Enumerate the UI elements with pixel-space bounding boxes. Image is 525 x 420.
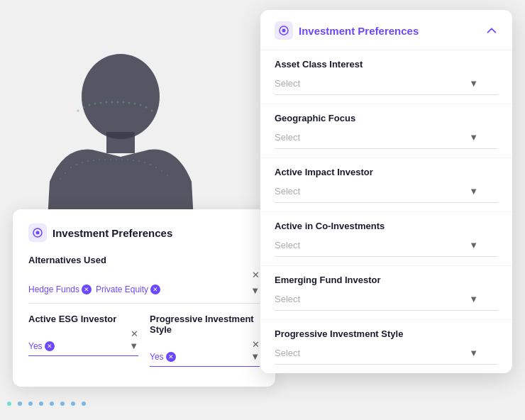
dot <box>50 402 54 406</box>
dots-pattern <box>7 402 89 406</box>
back-header-icon <box>28 223 47 242</box>
progressive-style-label: Progressive Investment Style <box>150 314 260 335</box>
active-esg-label: Active ESG Investor <box>28 314 138 324</box>
svg-point-18 <box>82 162 84 164</box>
asset-class-chevron: ▼ <box>469 78 478 89</box>
active-impact-field: Active Impact Investor Select ▼ <box>260 158 512 212</box>
front-progressive-style-placeholder: Select <box>275 348 300 358</box>
svg-point-39 <box>282 29 286 33</box>
svg-point-30 <box>150 164 152 166</box>
svg-point-26 <box>127 159 129 161</box>
hedge-funds-label: Hedge Funds <box>28 284 79 294</box>
geographic-focus-select[interactable]: Select ▼ <box>275 128 498 149</box>
progressive-x-row: ✕ <box>150 339 260 350</box>
geographic-focus-field: Geographic Focus Select ▼ <box>260 104 512 158</box>
active-co-investments-chevron: ▼ <box>469 240 478 250</box>
alternatives-select-wrapper[interactable]: Hedge Funds ✕ Private Equity ✕ ▼ <box>28 282 260 304</box>
esg-clear-icon[interactable]: ✕ <box>131 328 138 339</box>
private-equity-remove-icon[interactable]: ✕ <box>150 284 160 294</box>
svg-point-6 <box>100 102 102 104</box>
asset-class-label: Asset Class Interest <box>275 59 498 70</box>
front-card: Investment Preferences Asset Class Inter… <box>260 10 512 373</box>
emerging-fund-placeholder: Select <box>275 294 300 304</box>
svg-point-17 <box>76 164 78 166</box>
dot <box>18 402 22 406</box>
private-equity-tag[interactable]: Private Equity ✕ <box>96 284 160 294</box>
svg-point-23 <box>110 159 112 161</box>
esg-yes-tag[interactable]: Yes ✕ <box>28 341 55 351</box>
asset-class-field: Asset Class Interest Select ▼ <box>260 50 512 104</box>
svg-point-20 <box>93 160 95 162</box>
svg-point-8 <box>111 101 114 104</box>
esg-select-wrapper[interactable]: Yes ✕ ▼ <box>28 341 138 356</box>
svg-point-32 <box>161 170 163 172</box>
geographic-focus-chevron: ▼ <box>469 132 478 143</box>
svg-point-16 <box>70 167 72 169</box>
dot <box>60 402 65 406</box>
active-impact-placeholder: Select <box>275 186 300 197</box>
emerging-fund-select[interactable]: Select ▼ <box>275 289 498 311</box>
emerging-fund-field: Emerging Fund Investor Select ▼ <box>260 266 512 320</box>
progressive-clear-icon[interactable]: ✕ <box>252 339 260 350</box>
progressive-style-field: Progressive Investment Style ✕ Yes ✕ ▼ <box>150 314 260 367</box>
front-header-left: Investment Preferences <box>275 21 419 40</box>
settings-icon <box>32 227 43 238</box>
svg-point-3 <box>83 106 85 109</box>
svg-point-21 <box>99 159 101 161</box>
dot <box>82 402 86 406</box>
active-co-investments-select[interactable]: Select ▼ <box>275 236 498 257</box>
front-settings-icon <box>278 25 289 36</box>
svg-point-19 <box>87 160 89 162</box>
svg-point-15 <box>151 110 153 112</box>
geographic-focus-placeholder: Select <box>275 132 300 143</box>
active-esg-field: Active ESG Investor ✕ Yes ✕ ▼ <box>28 314 138 367</box>
progressive-select-wrapper[interactable]: Yes ✕ ▼ <box>150 351 260 367</box>
front-card-body: Asset Class Interest Select ▼ Geographic… <box>260 50 512 373</box>
private-equity-label: Private Equity <box>96 284 148 294</box>
hedge-funds-tag[interactable]: Hedge Funds ✕ <box>28 284 92 294</box>
alternatives-clear-icon[interactable]: ✕ <box>252 270 260 280</box>
active-co-investments-label: Active in Co-Investments <box>275 221 498 231</box>
svg-rect-1 <box>106 132 135 153</box>
svg-point-13 <box>140 104 142 106</box>
esg-yes-label: Yes <box>28 341 43 351</box>
progressive-chevron-icon[interactable]: ▼ <box>250 351 260 362</box>
svg-point-34 <box>65 172 67 175</box>
hedge-funds-remove-icon[interactable]: ✕ <box>82 284 92 294</box>
active-impact-select[interactable]: Select ▼ <box>275 182 498 203</box>
geographic-focus-label: Geographic Focus <box>275 113 498 123</box>
asset-class-select[interactable]: Select ▼ <box>275 74 498 95</box>
dot <box>71 402 75 406</box>
svg-point-35 <box>60 178 62 180</box>
front-header-icon <box>275 21 293 40</box>
esg-x-row: ✕ <box>28 328 138 339</box>
dot <box>39 402 43 406</box>
emerging-fund-chevron: ▼ <box>469 294 478 304</box>
front-progressive-style-select[interactable]: Select ▼ <box>275 343 498 365</box>
svg-point-0 <box>82 54 160 139</box>
progressive-yes-tag[interactable]: Yes ✕ <box>150 352 176 362</box>
svg-point-14 <box>145 106 148 109</box>
svg-point-10 <box>123 101 125 104</box>
dot <box>28 402 33 406</box>
front-progressive-style-label: Progressive Investment Style <box>275 328 498 339</box>
alternatives-used-label: Alternatives Used <box>28 255 260 265</box>
svg-point-11 <box>128 102 131 104</box>
svg-point-9 <box>117 101 119 104</box>
esg-chevron-icon[interactable]: ▼ <box>129 341 138 351</box>
svg-point-28 <box>138 160 140 162</box>
active-impact-chevron: ▼ <box>469 186 478 197</box>
svg-point-33 <box>167 175 169 177</box>
collapse-icon[interactable] <box>485 24 498 37</box>
svg-point-2 <box>77 110 79 112</box>
active-impact-label: Active Impact Investor <box>275 167 498 177</box>
esg-yes-remove-icon[interactable]: ✕ <box>45 341 55 351</box>
emerging-fund-label: Emerging Fund Investor <box>275 275 498 285</box>
svg-point-5 <box>94 103 96 105</box>
front-card-header: Investment Preferences <box>260 10 512 50</box>
alternatives-chevron-icon[interactable]: ▼ <box>250 285 260 296</box>
front-card-title: Investment Preferences <box>299 25 419 37</box>
dot <box>7 402 11 406</box>
svg-point-25 <box>121 159 123 161</box>
progressive-yes-remove-icon[interactable]: ✕ <box>166 352 176 362</box>
